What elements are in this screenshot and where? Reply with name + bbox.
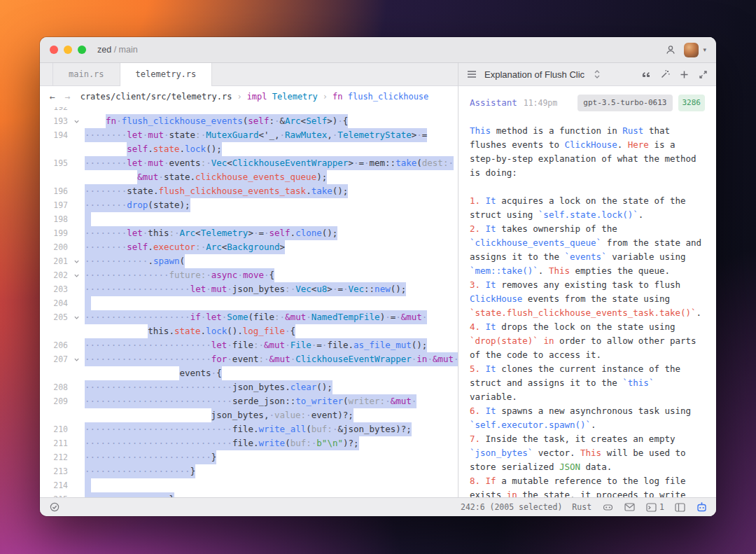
code-line[interactable]: 214 [40, 478, 458, 492]
code-line[interactable]: self.state.lock(); [40, 142, 458, 156]
fold-chevron-icon[interactable] [71, 268, 82, 282]
code-line[interactable]: 213····················} [40, 464, 458, 478]
titlebar[interactable]: zed / main ▾ [40, 37, 716, 63]
project-panel-toggle-icon[interactable] [673, 501, 686, 513]
code-line[interactable]: 211····························file.writ… [40, 436, 458, 450]
line-number[interactable] [40, 366, 71, 380]
diagnostics-check-icon[interactable] [48, 501, 61, 513]
code-line[interactable]: 206························let·file:·&mu… [40, 338, 458, 352]
code-line[interactable]: 194········let·mut·state:·MutexGuard<'_,… [40, 128, 458, 142]
fold-chevron-icon[interactable] [71, 352, 82, 366]
fold-chevron-icon[interactable] [71, 254, 82, 268]
line-number[interactable]: 196 [40, 184, 71, 198]
code-line[interactable]: 193fn·flush_clickhouse_events(self:·&Arc… [40, 114, 458, 128]
code-editor[interactable]: 192193fn·flush_clickhouse_events(self:·&… [40, 107, 458, 497]
line-number[interactable]: 206 [40, 338, 71, 352]
line-number[interactable] [40, 170, 71, 184]
line-number[interactable]: 194 [40, 128, 71, 142]
selected-text: self.state.lock(); [127, 142, 222, 156]
line-number[interactable]: 201 [40, 254, 71, 268]
selected-text: &mut·state.clickhouse_events_queue); [137, 170, 327, 184]
code-line[interactable]: 203····················let·mut·json_byte… [40, 282, 458, 296]
line-number[interactable]: 200 [40, 240, 71, 254]
line-number[interactable] [40, 408, 71, 422]
model-selector[interactable]: gpt-3.5-turbo-0613 [578, 95, 672, 111]
line-number[interactable]: 210 [40, 422, 71, 436]
line-number[interactable]: 192 [40, 107, 71, 114]
code-line[interactable]: 205····················if·let·Some(file:… [40, 310, 458, 324]
line-number[interactable]: 211 [40, 436, 71, 450]
code-line[interactable]: 212························} [40, 450, 458, 464]
selected-text: ········state.flush_clickhouse_events_ta… [85, 184, 348, 198]
user-avatar[interactable] [684, 43, 699, 57]
line-number[interactable]: 199 [40, 226, 71, 240]
zoom-panel-expand-icon[interactable] [696, 68, 709, 81]
code-line[interactable]: 198 [40, 212, 458, 226]
line-number[interactable] [40, 142, 71, 156]
line-number[interactable]: 215 [40, 492, 71, 497]
code-line[interactable]: 207························for·event:·&m… [40, 352, 458, 366]
code-line[interactable]: 204 [40, 296, 458, 310]
line-number[interactable]: 209 [40, 394, 71, 408]
history-menu-icon[interactable] [465, 68, 478, 81]
feedback-envelope-icon[interactable] [623, 501, 636, 513]
magic-wand-icon[interactable] [659, 68, 671, 81]
code-line[interactable]: 199········let·this:·Arc<Telemetry>·=·se… [40, 226, 458, 240]
quote-selection-icon[interactable] [640, 68, 652, 81]
zoom-window-button[interactable] [78, 46, 86, 54]
code-line[interactable]: 192 [40, 107, 458, 114]
line-number[interactable]: 197 [40, 198, 71, 212]
line-number[interactable]: 204 [40, 296, 71, 310]
line-number[interactable]: 203 [40, 282, 71, 296]
code-line[interactable]: &mut·state.clickhouse_events_queue); [40, 170, 458, 184]
code-line[interactable]: 196········state.flush_clickhouse_events… [40, 184, 458, 198]
line-number[interactable]: 207 [40, 352, 71, 366]
cursor-position[interactable]: 242:6 (2005 selected) [461, 502, 562, 512]
code-line[interactable]: 201············.spawn( [40, 254, 458, 268]
breadcrumb[interactable]: ← → crates/client/src/telemetry.rs›impl … [40, 86, 458, 107]
close-window-button[interactable] [50, 46, 58, 54]
code-line[interactable]: 215················} [40, 492, 458, 497]
branch-name[interactable]: main [119, 45, 138, 55]
fold-chevron-icon[interactable] [71, 114, 82, 128]
line-number[interactable]: 195 [40, 156, 71, 170]
breadcrumb-path[interactable]: crates/client/src/telemetry.rs›impl Tele… [80, 92, 429, 102]
tab-main-rs[interactable]: main.rs [52, 63, 120, 85]
code-line[interactable]: this.state.lock().log_file·{ [40, 324, 458, 338]
new-context-plus-icon[interactable] [678, 68, 690, 81]
back-button[interactable]: ← [50, 92, 55, 102]
chat-paragraph: 2. It takes ownership of the `clickhouse… [470, 222, 705, 278]
assistant-robot-icon[interactable] [695, 501, 708, 513]
forward-button[interactable]: → [65, 92, 71, 102]
line-number[interactable]: 202 [40, 268, 71, 282]
tab-telemetry-rs[interactable]: telemetry.rs [120, 63, 213, 85]
language-selector[interactable]: Rust [572, 502, 592, 512]
code-line[interactable]: 209····························serde_jso… [40, 394, 458, 408]
line-number[interactable]: 208 [40, 380, 71, 394]
code-line[interactable]: 200········self.executor:·Arc<Background… [40, 240, 458, 254]
context-dropdown-icon[interactable] [591, 68, 603, 81]
line-number[interactable]: 193 [40, 114, 71, 128]
assistant-panel-header: Explanation of Flush Clic [458, 63, 716, 86]
line-number[interactable]: 198 [40, 212, 71, 226]
terminal-toggle[interactable]: 1 [645, 501, 664, 513]
code-line[interactable]: 202················future:·async·move·{ [40, 268, 458, 282]
code-line[interactable]: json_bytes,·value:·event)?; [40, 408, 458, 422]
avatar-chevron-down-icon[interactable]: ▾ [703, 46, 706, 53]
assistant-conversation[interactable]: Assistant 11:49pm gpt-3.5-turbo-0613 328… [458, 86, 716, 497]
code-line[interactable]: 210····························file.writ… [40, 422, 458, 436]
code-line[interactable]: 208····························json_byte… [40, 380, 458, 394]
line-number[interactable]: 214 [40, 478, 71, 492]
line-number[interactable] [40, 324, 71, 338]
message-role[interactable]: Assistant [470, 96, 517, 110]
code-line[interactable]: 195········let·mut·events:·Vec<Clickhous… [40, 156, 458, 170]
fold-chevron-icon[interactable] [71, 310, 82, 324]
line-number[interactable]: 205 [40, 310, 71, 324]
line-number[interactable]: 213 [40, 464, 71, 478]
line-number[interactable]: 212 [40, 450, 71, 464]
collab-person-icon[interactable] [664, 43, 677, 56]
code-line[interactable]: events·{ [40, 366, 458, 380]
code-line[interactable]: 197········drop(state); [40, 198, 458, 212]
minimize-window-button[interactable] [64, 46, 72, 54]
copilot-icon[interactable] [601, 501, 614, 513]
